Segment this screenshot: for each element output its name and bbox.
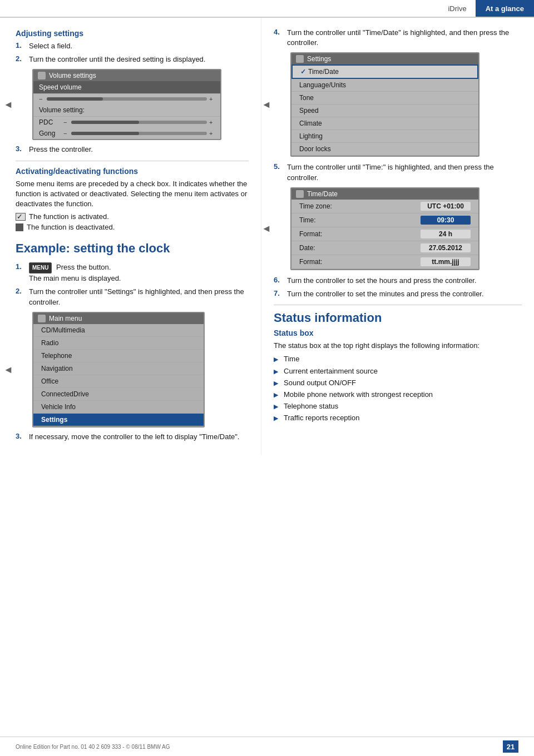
timedate-row-format2: Format: tt.mm.jjjj [291, 255, 478, 269]
timedate-row-time: Time: 09:30 [291, 213, 478, 227]
status-items-list: ▶ Time ▶ Current entertainment source ▶ … [274, 354, 522, 423]
r-step-7-text: Turn the controller to set the minutes a… [287, 289, 484, 299]
clock-step-2: 2. Turn the controller until "Settings" … [16, 287, 249, 307]
status-item-sound: ▶ Sound output ON/OFF [274, 378, 522, 388]
r-step-6-text: Turn the controller to set the hours and… [287, 276, 477, 286]
r-step-5: 5. Turn the controller until "Time:" is … [274, 162, 522, 182]
activating-heading: Activating/deactivating functions [16, 167, 249, 176]
status-item-time-label: Time [284, 354, 299, 364]
func-activated-row: The function is activated. [16, 212, 249, 221]
controller-arrow-icon: ◄ [3, 99, 13, 111]
timezone-label: Time zone: [299, 202, 332, 210]
settings-screen-icon [296, 55, 304, 63]
step-2-num: 2. [16, 54, 26, 63]
settings-screen-title: Settings [291, 53, 478, 64]
left-column: Adjusting settings 1. Select a field. 2.… [0, 18, 261, 455]
menu-row-radio: Radio [33, 337, 204, 350]
activating-body: Some menu items are preceded by a check … [16, 179, 249, 210]
bullet-arrow-icon-6: ▶ [274, 414, 280, 422]
status-item-mobile: ▶ Mobile phone network with strongest re… [274, 390, 522, 400]
timedate-screen-wrapper: ◄ Time/Date Time zone: UTC +01:00 Time: … [274, 187, 522, 270]
step-1-num: 1. [16, 41, 26, 49]
header-idrive-label: iDrive [439, 0, 475, 17]
slider-fill [47, 97, 103, 101]
settings-row-language: Language/Units [291, 79, 478, 92]
func-activated-label: The function is activated. [29, 212, 109, 221]
status-item-telephone-label: Telephone status [284, 401, 338, 411]
clock-step-3-num: 3. [16, 432, 26, 440]
settings-row-speed: Speed [291, 105, 478, 117]
pdc-minus: − [63, 119, 69, 126]
right-column: 4. Turn the controller until "Time/Date"… [261, 18, 534, 455]
status-information-heading: Status information [274, 311, 522, 325]
clock-step-3-text: If necessary, move the controller to the… [29, 432, 239, 442]
clock-step-1-text: MENU Press the button.The main menu is d… [29, 262, 121, 284]
status-item-mobile-label: Mobile phone network with strongest rece… [284, 390, 433, 400]
timedate-screen-icon [296, 190, 304, 198]
step-1-text: Select a field. [29, 41, 72, 51]
menu-row-navigation: Navigation [33, 362, 204, 375]
status-item-entertainment-label: Current entertainment source [284, 366, 378, 376]
pdc-row: PDC − + [33, 117, 220, 128]
r-step-5-text: Turn the controller until "Time:" is hig… [287, 162, 522, 182]
slider-plus: + [209, 96, 215, 102]
status-box-body: The status box at the top right displays… [274, 341, 522, 351]
main-menu-screen-wrapper: ◄ Main menu CD/Multimedia Radio Telephon… [16, 312, 249, 427]
example-clock-section: Example: setting the clock 1. MENU Press… [16, 241, 249, 442]
gong-plus: + [209, 130, 215, 137]
menu-row-settings: Settings [33, 414, 204, 426]
settings-screen-wrapper: ◄ Settings ✓ Time/Date Language/Units To… [274, 52, 522, 157]
timedate-row-date: Date: 27.05.2012 [291, 241, 478, 255]
divider-1 [16, 161, 249, 161]
page-footer: Online Edition for Part no. 01 40 2 609 … [0, 737, 534, 756]
pdc-plus: + [209, 119, 215, 126]
step-3-num: 3. [16, 145, 26, 153]
status-information-section: Status information Status box The status… [274, 311, 522, 423]
status-item-traffic-label: Traffic reports reception [284, 413, 360, 423]
status-item-sound-label: Sound output ON/OFF [284, 378, 356, 388]
status-box-heading: Status box [274, 329, 522, 337]
slider-minus: − [39, 96, 44, 102]
menu-row-cd: CD/Multimedia [33, 324, 204, 337]
date-label: Date: [299, 244, 315, 252]
format1-label: Format: [299, 230, 322, 238]
menu-row-connected: ConnectedDrive [33, 388, 204, 401]
gong-slider-fill [71, 132, 139, 135]
settings-screen: Settings ✓ Time/Date Language/Units Tone… [290, 52, 479, 157]
check-deactivated-icon [16, 223, 23, 231]
r-step-7-num: 7. [274, 289, 284, 297]
status-item-time: ▶ Time [274, 354, 522, 364]
step-2-text: Turn the controller until the desired se… [29, 54, 205, 64]
r-step-6-num: 6. [274, 276, 284, 284]
r-step-7: 7. Turn the controller to set the minute… [274, 289, 522, 299]
r-step-6: 6. Turn the controller to set the hours … [274, 276, 522, 286]
r-step-4-num: 4. [274, 28, 284, 36]
bullet-arrow-icon-2: ▶ [274, 367, 280, 376]
main-menu-screen-icon [38, 315, 46, 322]
time-value: 09:30 [421, 216, 471, 225]
page-header: iDrive At a glance [0, 0, 534, 18]
main-content: Adjusting settings 1. Select a field. 2.… [0, 18, 534, 455]
settings-row-climate: Climate [291, 117, 478, 130]
adjusting-settings-section: Adjusting settings 1. Select a field. 2.… [16, 29, 249, 155]
timedate-screen-title: Time/Date [291, 188, 478, 200]
bullet-arrow-icon-4: ▶ [274, 391, 280, 399]
activating-section: Activating/deactivating functions Some m… [16, 167, 249, 232]
r-step-4: 4. Turn the controller until "Time/Date"… [274, 28, 522, 48]
clock-step-3: 3. If necessary, move the controller to … [16, 432, 249, 442]
settings-row-lighting: Lighting [291, 130, 478, 143]
volume-settings-screen: Volume settings Speed volume − + Volume … [32, 69, 221, 140]
gong-minus: − [63, 130, 69, 137]
speed-volume-row: Speed volume [33, 81, 220, 94]
slider-track [47, 97, 207, 101]
volume-setting-label: Volume setting: [33, 104, 220, 117]
format2-value: tt.mm.jjjj [421, 257, 471, 266]
gong-slider-track [71, 132, 207, 135]
example-clock-heading: Example: setting the clock [16, 241, 249, 256]
menu-row-telephone: Telephone [33, 350, 204, 362]
func-deactivated-row: The function is deactivated. [16, 223, 249, 231]
main-menu-screen: Main menu CD/Multimedia Radio Telephone … [32, 312, 205, 427]
footer-copyright: Online Edition for Part no. 01 40 2 609 … [16, 744, 170, 750]
r-step-4-text: Turn the controller until "Time/Date" is… [287, 28, 522, 48]
volume-screen-wrapper: ◄ Volume settings Speed volume − + Vo [16, 69, 249, 140]
